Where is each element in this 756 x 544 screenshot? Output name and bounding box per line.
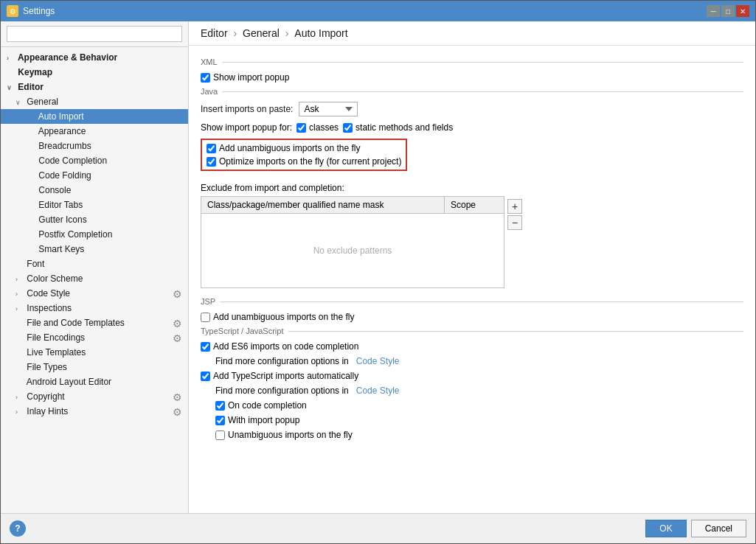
ts-code-style2-link[interactable]: Code Style [356, 386, 400, 396]
xml-show-import-checkbox-label[interactable]: Show import popup [201, 72, 289, 83]
expand-arrow: › [15, 276, 24, 283]
sidebar-item-copyright[interactable]: › Copyright ⚙ [1, 389, 188, 404]
xml-show-import-label: Show import popup [213, 72, 289, 83]
sidebar-item-code-completion[interactable]: Code Completion [1, 153, 188, 168]
jsp-add-unambiguous-checkbox-label[interactable]: Add unambiguous imports on the fly [201, 312, 354, 322]
xml-section-label: XML [201, 57, 743, 66]
search-input[interactable] [7, 26, 182, 42]
add-exclude-button[interactable]: + [507, 199, 522, 214]
sidebar-item-inspections[interactable]: › Inspections [1, 301, 188, 315]
sidebar-item-inlay-hints[interactable]: › Inlay Hints ⚙ [1, 404, 188, 419]
sidebar-item-label: Code Style [27, 288, 70, 299]
badge-icon: ⚙ [173, 318, 182, 329]
jsp-add-unambiguous-checkbox[interactable] [201, 313, 210, 322]
highlighted-options-box: Add unambiguous imports on the fly Optim… [201, 139, 407, 171]
ts-with-import-popup-label: With import popup [228, 415, 299, 425]
expand-arrow: › [15, 394, 24, 401]
ts-with-import-popup-checkbox[interactable] [215, 416, 225, 425]
ts-on-code-completion-checkbox-label[interactable]: On code completion [215, 400, 307, 411]
badge-icon: ⚙ [173, 332, 182, 344]
ts-find-more1-label: Find more configuration options in [215, 356, 349, 366]
help-button[interactable]: ? [10, 520, 26, 537]
optimize-imports-label: Optimize imports on the fly (for current… [219, 156, 401, 167]
sidebar-item-label: Auto Import [38, 111, 84, 122]
ts-add-es6-checkbox-label[interactable]: Add ES6 imports on code completion [201, 341, 358, 352]
remove-exclude-button[interactable]: − [507, 215, 522, 230]
classes-checkbox-label[interactable]: classes [296, 122, 339, 133]
sidebar-item-label: Android Layout Editor [27, 377, 111, 387]
sidebar-item-file-code-templates[interactable]: File and Code Templates ⚙ [1, 315, 188, 330]
ts-unambiguous-checkbox-label[interactable]: Unambiguous imports on the fly [215, 430, 353, 440]
ts-add-es6-row: Add ES6 imports on code completion [201, 341, 743, 352]
sidebar-item-console[interactable]: Console [1, 183, 188, 198]
insert-imports-label: Insert imports on paste: [201, 104, 293, 114]
ts-with-import-popup-checkbox-label[interactable]: With import popup [215, 415, 299, 425]
sidebar-item-keymap[interactable]: Keymap [1, 65, 188, 80]
static-methods-label: static methods and fields [356, 122, 453, 133]
insert-imports-select[interactable]: Ask All None [299, 102, 358, 116]
ts-unambiguous-checkbox[interactable] [215, 430, 225, 440]
exclude-col-name-header: Class/package/member qualified name mask [201, 197, 445, 213]
expand-arrow: › [15, 290, 24, 298]
ts-with-import-popup-row: With import popup [201, 415, 743, 425]
window-controls: ─ □ ✕ [707, 5, 749, 17]
static-methods-checkbox-label[interactable]: static methods and fields [343, 122, 453, 133]
sidebar-item-gutter-icons[interactable]: Gutter Icons [1, 212, 188, 227]
ts-code-style1-link[interactable]: Code Style [356, 356, 400, 366]
sidebar-item-live-templates[interactable]: Live Templates [1, 345, 188, 360]
sidebar-item-code-folding[interactable]: Code Folding [1, 168, 188, 183]
optimize-imports-checkbox-label[interactable]: Optimize imports on the fly (for current… [207, 156, 401, 167]
exclude-label: Exclude from import and completion: [201, 183, 743, 193]
ts-add-typescript-row: Add TypeScript imports automatically [201, 371, 743, 381]
sidebar-item-color-scheme[interactable]: › Color Scheme [1, 271, 188, 286]
ts-find-more2-row: Find more configuration options in Code … [201, 386, 743, 396]
ts-add-typescript-checkbox-label[interactable]: Add TypeScript imports automatically [201, 371, 358, 381]
sidebar-item-label: Code Completion [38, 156, 107, 166]
sidebar-item-file-encodings[interactable]: File Encodings ⚙ [1, 330, 188, 345]
minimize-button[interactable]: ─ [707, 5, 720, 17]
sidebar-item-postfix-completion[interactable]: Postfix Completion [1, 227, 188, 242]
sidebar-item-code-style[interactable]: › Code Style ⚙ [1, 286, 188, 301]
add-unambiguous-checkbox[interactable] [207, 144, 216, 153]
cancel-button[interactable]: Cancel [691, 520, 746, 537]
ts-add-es6-label: Add ES6 imports on code completion [213, 341, 358, 352]
sidebar-item-label: Live Templates [27, 347, 86, 358]
left-panel: › Appearance & Behavior Keymap ∨ Editor … [1, 21, 189, 513]
close-button[interactable]: ✕ [736, 5, 749, 17]
sidebar-item-editor[interactable]: ∨ Editor [1, 80, 188, 94]
typescript-section: Add ES6 imports on code completion Find … [201, 341, 743, 440]
breadcrumb-sep2: › [285, 27, 292, 39]
sidebar-item-breadcrumbs[interactable]: Breadcrumbs [1, 139, 188, 153]
sidebar-item-label: Inspections [27, 303, 72, 313]
sidebar-item-smart-keys[interactable]: Smart Keys [1, 242, 188, 257]
expand-arrow: ∨ [15, 99, 24, 106]
optimize-imports-checkbox[interactable] [207, 157, 216, 167]
classes-checkbox[interactable] [296, 123, 306, 133]
ok-button[interactable]: OK [645, 520, 686, 537]
window-title: Settings [23, 6, 55, 16]
sidebar-item-appearance-behavior[interactable]: › Appearance & Behavior [1, 50, 188, 65]
maximize-button[interactable]: □ [721, 5, 735, 17]
add-unambiguous-checkbox-label[interactable]: Add unambiguous imports on the fly [207, 143, 401, 153]
sidebar-item-label: File Types [27, 362, 66, 372]
exclude-empty-label: No exclude patterns [313, 245, 392, 256]
xml-show-import-checkbox[interactable] [201, 73, 210, 83]
ts-add-typescript-checkbox[interactable] [201, 372, 210, 381]
xml-show-import-row: Show import popup [201, 72, 743, 83]
sidebar-item-auto-import[interactable]: Auto Import [1, 109, 188, 124]
sidebar-item-general[interactable]: ∨ General [1, 94, 188, 109]
ts-add-es6-checkbox[interactable] [201, 342, 210, 352]
add-unambiguous-label: Add unambiguous imports on the fly [219, 143, 360, 153]
static-methods-checkbox[interactable] [343, 123, 353, 133]
sidebar-item-appearance[interactable]: Appearance [1, 124, 188, 139]
ts-on-code-completion-checkbox[interactable] [215, 401, 225, 411]
title-bar: ⚙ Settings ─ □ ✕ [1, 1, 755, 21]
exclude-table-wrapper: Class/package/member qualified name mask… [201, 196, 525, 288]
expand-arrow: › [15, 408, 24, 416]
expand-arrow: ∨ [7, 84, 15, 91]
sidebar-item-android-layout-editor[interactable]: Android Layout Editor [1, 374, 188, 389]
sidebar-item-file-types[interactable]: File Types [1, 360, 188, 374]
sidebar-item-font[interactable]: Font [1, 257, 188, 271]
sidebar-item-editor-tabs[interactable]: Editor Tabs [1, 198, 188, 212]
breadcrumb: Editor › General › Auto Import [189, 21, 755, 46]
